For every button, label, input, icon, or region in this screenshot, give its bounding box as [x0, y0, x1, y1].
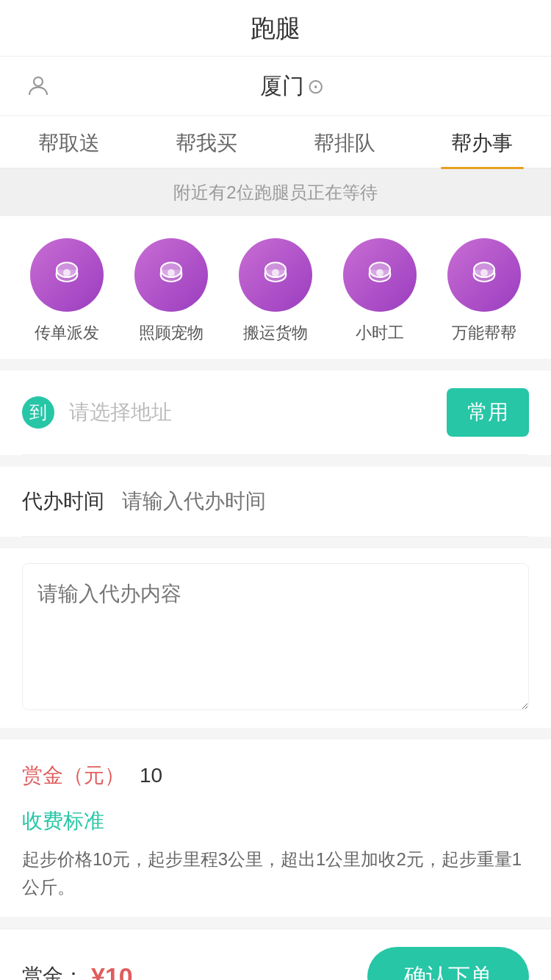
svg-point-8	[376, 269, 383, 276]
service-item-universal[interactable]: 万能帮帮	[447, 238, 521, 344]
svg-point-0	[34, 77, 43, 86]
service-icon-pet	[134, 238, 208, 312]
address-badge: 到	[22, 396, 54, 429]
bottom-price-value: ¥10	[91, 962, 133, 980]
tab-bar: 帮取送 帮我买 帮排队 帮办事	[0, 116, 551, 169]
service-icon-flyer	[30, 238, 104, 312]
tab-help-buy[interactable]: 帮我买	[138, 116, 276, 168]
city-name: 厦门	[260, 71, 304, 101]
service-label-move: 搬运货物	[243, 322, 308, 344]
avatar-icon[interactable]	[22, 70, 54, 102]
time-input[interactable]	[122, 490, 529, 513]
notice-text: 附近有2位跑腿员正在等待	[173, 182, 377, 202]
reward-value: 10	[140, 764, 162, 787]
header: 跑腿	[0, 0, 551, 57]
service-item-move[interactable]: 搬运货物	[239, 238, 312, 344]
content-textarea[interactable]	[22, 563, 529, 710]
time-row: 代办时间	[22, 467, 529, 537]
tab-help-queue[interactable]: 帮排队	[276, 116, 414, 168]
bottom-price-label: 赏金：	[22, 962, 84, 980]
service-item-pet[interactable]: 照顾宠物	[134, 238, 208, 344]
reward-section: 赏金（元） 10 收费标准 起步价格10元，起步里程3公里，超出1公里加收2元，…	[0, 740, 551, 917]
address-section: 到 请选择地址 常用	[0, 371, 551, 455]
service-label-universal: 万能帮帮	[452, 322, 516, 344]
service-label-flyer: 传单派发	[35, 322, 99, 344]
service-icon-move	[239, 238, 312, 312]
price-amount: 10	[105, 962, 133, 980]
service-icon-hourly	[343, 238, 417, 312]
common-address-button[interactable]: 常用	[447, 388, 529, 437]
bottom-bar: 赏金： ¥10 确认下单	[0, 929, 551, 980]
time-label: 代办时间	[22, 487, 104, 515]
content-section	[0, 548, 551, 728]
service-item-hourly[interactable]: 小时工	[343, 238, 417, 344]
price-symbol: ¥	[91, 962, 105, 980]
location-bar: 厦门 ⊙	[0, 57, 551, 116]
tab-help-delivery[interactable]: 帮取送	[0, 116, 138, 168]
svg-point-6	[272, 269, 279, 276]
service-label-hourly: 小时工	[356, 322, 404, 344]
confirm-order-button[interactable]: 确认下单	[367, 947, 529, 980]
page-title: 跑腿	[251, 14, 300, 42]
reward-label: 赏金（元）	[22, 762, 125, 790]
svg-point-4	[168, 269, 175, 276]
svg-point-10	[480, 269, 488, 276]
fee-standard-title: 收费标准	[22, 807, 529, 835]
tab-help-errand[interactable]: 帮办事	[414, 116, 552, 168]
reward-row: 赏金（元） 10	[22, 762, 529, 790]
svg-point-2	[63, 269, 71, 276]
service-label-pet: 照顾宠物	[139, 322, 204, 344]
address-row: 到 请选择地址 常用	[22, 371, 529, 455]
service-grid: 传单派发 照顾宠物 搬运货物 小时	[0, 216, 551, 359]
fee-standard-text: 起步价格10元，起步里程3公里，超出1公里加收2元，起步重量1公斤。	[22, 845, 529, 902]
service-icon-universal	[447, 238, 521, 312]
notice-bar: 附近有2位跑腿员正在等待	[0, 169, 551, 216]
address-placeholder[interactable]: 请选择地址	[69, 398, 447, 426]
location-pin-icon: ⊙	[307, 74, 324, 99]
service-item-flyer[interactable]: 传单派发	[30, 238, 104, 344]
location-center[interactable]: 厦门 ⊙	[54, 71, 529, 101]
time-section: 代办时间	[0, 467, 551, 537]
